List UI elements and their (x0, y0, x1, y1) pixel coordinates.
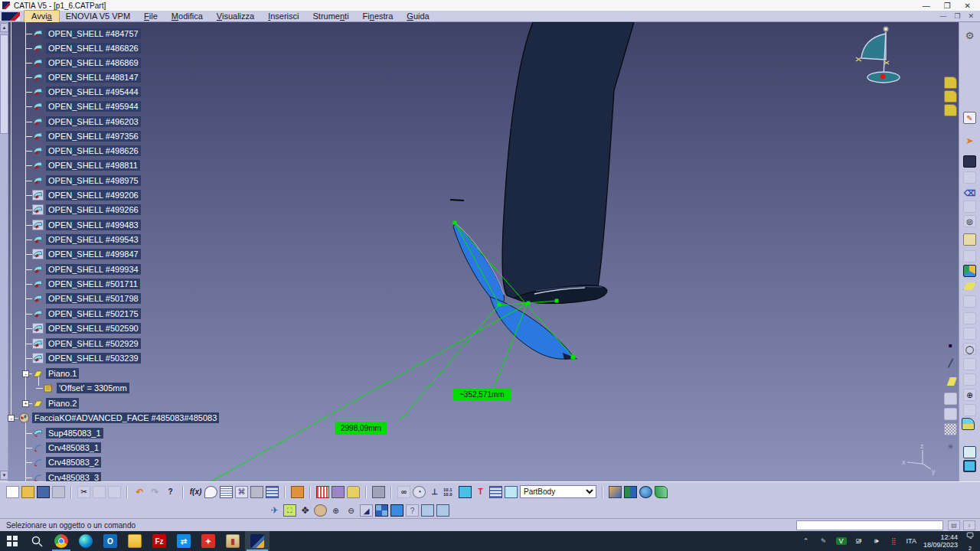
lock-icon[interactable] (250, 486, 263, 498)
tree-item-label[interactable]: OPEN_SHELL #499543 (46, 234, 141, 245)
tree-item-label[interactable]: OPEN_SHELL #499934 (46, 264, 141, 275)
tree-item[interactable]: OPEN_SHELL #501711 (32, 279, 140, 289)
undo-icon[interactable]: ↶ (133, 486, 146, 498)
catalog-icon[interactable] (291, 486, 304, 498)
list-param-icon[interactable] (489, 486, 502, 498)
menu-inserisci[interactable]: Inserisci (261, 11, 305, 22)
material-pot-1-icon[interactable] (944, 77, 957, 89)
pale-2-icon[interactable] (963, 312, 976, 324)
frame-grid-icon[interactable] (963, 446, 976, 458)
select-pointer-icon[interactable]: ➤ (963, 135, 976, 147)
wireframe-view-icon[interactable] (436, 504, 449, 517)
tree-item[interactable]: Sup485083_1 (32, 428, 103, 439)
multi-view-icon[interactable] (375, 504, 388, 517)
close-button[interactable]: ✕ (965, 2, 971, 10)
tree-item-label[interactable]: OPEN_SHELL #502929 (46, 338, 141, 349)
wireframe-box-icon[interactable] (505, 486, 518, 498)
tray-network-icon[interactable]: 🖳 (854, 537, 864, 545)
material-pot-3-icon[interactable] (944, 104, 957, 116)
pale-pots-1-icon[interactable] (944, 393, 957, 405)
scroll-down-button[interactable]: ▼ (0, 471, 8, 480)
tree-item[interactable]: Piano.2 (32, 398, 79, 409)
tree-item[interactable]: Crv485083_1 (32, 442, 101, 453)
tree-item-label[interactable]: OPEN_SHELL #501798 (46, 293, 141, 304)
clock[interactable]: 12:44 18/09/2023 (923, 533, 958, 549)
measure-icon[interactable] (316, 486, 329, 498)
menu-strumenti[interactable]: Strumenti (306, 11, 356, 22)
axis-system-icon[interactable]: ⊥ (428, 486, 441, 498)
tree-item[interactable]: OPEN_SHELL #498626 (32, 145, 141, 156)
tree-item[interactable]: OPEN_SHELL #499934 (32, 264, 141, 275)
shaded-view-icon[interactable] (421, 504, 434, 517)
tree-expander[interactable]: - (22, 370, 29, 377)
pale-6-icon[interactable] (963, 373, 976, 386)
cut-icon[interactable]: ✂ (77, 486, 90, 498)
taskbar-filezilla[interactable]: Fz (147, 531, 172, 551)
tree-item[interactable]: OPEN_SHELL #498975 (32, 175, 141, 186)
tree-item[interactable]: OPEN_SHELL #502929 (32, 338, 141, 349)
tree-item-label[interactable]: Crv485083_1 (46, 442, 101, 453)
print-icon[interactable] (52, 486, 65, 498)
scroll-thumb[interactable] (0, 34, 8, 134)
tree-item-label[interactable]: OPEN_SHELL #502175 (46, 308, 141, 319)
menu-finestra[interactable]: Finestra (356, 11, 400, 22)
tree-item-label[interactable]: OPEN_SHELL #498626 (46, 145, 141, 156)
tree-item[interactable]: OPEN_SHELL #502175 (32, 308, 141, 319)
taskbar-outlook[interactable]: O (98, 531, 122, 551)
pale-target-icon[interactable]: ⊕ (963, 389, 976, 401)
design-table-icon[interactable] (220, 486, 233, 498)
tree-item[interactable]: OPEN_SHELL #496203 (32, 116, 141, 127)
taskbar-catia[interactable] (245, 531, 270, 551)
comment-icon[interactable] (204, 486, 217, 498)
color-cube-icon[interactable] (963, 265, 976, 277)
tree-item-label[interactable]: OPEN_SHELL #499266 (46, 204, 141, 215)
minimize-button[interactable]: — (923, 2, 930, 10)
tree-item[interactable]: OPEN_SHELL #484757 (32, 28, 141, 39)
tray-teamviewer-icon[interactable]: ⣿ (889, 537, 900, 545)
apply-material-icon[interactable] (347, 486, 360, 498)
scroll-up-button[interactable]: ▲ (0, 23, 8, 32)
language-indicator[interactable]: ITA (906, 537, 916, 545)
iso-view-cube-icon[interactable] (390, 504, 403, 517)
taskbar-anydesk[interactable]: ✦ (196, 531, 220, 551)
search-globe-icon[interactable] (639, 486, 652, 498)
menu-avvia[interactable]: Avvia (24, 11, 59, 22)
tree-item[interactable]: OPEN_SHELL #499847 (32, 249, 141, 259)
child-minimize-button[interactable]: — (939, 12, 946, 20)
material-pot-2-icon[interactable] (944, 90, 957, 103)
pale-square-icon[interactable] (963, 171, 976, 184)
tree-item[interactable]: OPEN_SHELL #486826 (32, 43, 141, 54)
tree-item-label[interactable]: OPEN_SHELL #498811 (46, 160, 140, 171)
tree-item-label[interactable]: OPEN_SHELL #486826 (46, 43, 141, 54)
pale-3-icon[interactable] (963, 328, 976, 340)
taskbar-chrome[interactable] (49, 531, 74, 551)
fly-mode-icon[interactable]: ✈ (268, 504, 281, 517)
tree-item-label[interactable]: OPEN_SHELL #486869 (46, 57, 141, 68)
measure-label[interactable]: ~352,571mm (453, 388, 511, 401)
tree-item[interactable]: OPEN_SHELL #497356 (32, 131, 141, 142)
tree-item-label[interactable]: OPEN_SHELL #499206 (46, 190, 141, 201)
pale-circle-icon[interactable]: ◎ (963, 215, 976, 227)
child-restore-button[interactable]: ❐ (954, 12, 960, 20)
tree-item-label[interactable]: OPEN_SHELL #498975 (46, 175, 141, 186)
knowledge-links-icon[interactable]: ⌘ (235, 486, 248, 498)
tree-item-label[interactable]: OPEN_SHELL #499847 (46, 249, 141, 259)
surfaces-stack-icon[interactable] (962, 418, 975, 430)
open-icon[interactable] (21, 486, 34, 498)
world-status-icon[interactable]: ♁ (963, 520, 975, 530)
pale-4-icon[interactable]: ◯ (963, 343, 976, 355)
tree-scrollbar[interactable]: ▲ ▼ (0, 22, 8, 481)
tree-item-label[interactable]: OPEN_SHELL #497356 (46, 131, 141, 142)
swoosh-icon[interactable] (655, 486, 668, 498)
child-close-button[interactable]: ✕ (968, 12, 974, 20)
tray-pen-icon[interactable]: ✎ (818, 537, 829, 545)
settings-gear-icon[interactable]: ⚙ (963, 29, 976, 41)
taskbar-teamviewer[interactable]: ⇄ (172, 531, 196, 551)
quick-view-icon[interactable]: ? (406, 504, 419, 517)
menu-enovia-v5-vpm[interactable]: ENOVIA V5 VPM (59, 11, 137, 22)
pale-7-icon[interactable] (963, 404, 976, 416)
normal-view-icon[interactable]: ◢ (360, 504, 373, 517)
pale-5-icon[interactable] (963, 358, 976, 370)
taskbar-explorer[interactable] (122, 531, 147, 551)
update-icon[interactable]: ◔ (413, 486, 426, 498)
